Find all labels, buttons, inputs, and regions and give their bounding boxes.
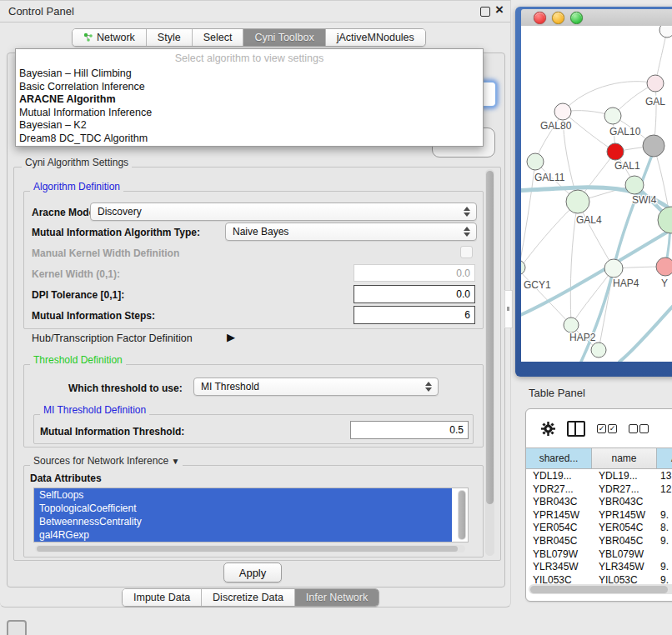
which-threshold-combobox[interactable]: MI Threshold bbox=[193, 378, 439, 396]
data-attributes-label: Data Attributes bbox=[30, 472, 102, 484]
mi-steps-label: Mutual Information Steps: bbox=[32, 310, 155, 322]
combo-stepper-icon bbox=[422, 382, 438, 392]
node-gal11[interactable] bbox=[527, 153, 544, 170]
manual-kernel-checkbox[interactable] bbox=[460, 246, 473, 258]
collapse-down-icon[interactable]: ▼ bbox=[171, 457, 179, 466]
apply-button[interactable]: Apply bbox=[223, 562, 282, 582]
tab-infer-network[interactable]: Infer Network bbox=[294, 589, 379, 606]
node-label: SWI4 bbox=[632, 194, 657, 206]
table-hscrollbar-track[interactable] bbox=[529, 584, 672, 594]
network-canvas[interactable]: GAL GAL80 GAL10 GAL1 GAL11 SWI4 GAL4 GCY… bbox=[521, 26, 672, 362]
expand-right-icon[interactable]: ▶ bbox=[227, 331, 235, 343]
control-panel-titlebar: Control Panel × bbox=[0, 1, 510, 22]
mi-algorithm-type-combobox[interactable]: Naive Bayes bbox=[225, 222, 477, 241]
algorithm-option-selected[interactable]: ARACNE Algorithm bbox=[16, 93, 483, 107]
cell bbox=[657, 496, 672, 509]
table-row[interactable]: YDL19...YDL19...13 bbox=[526, 470, 672, 483]
column-header-partial[interactable]: A bbox=[657, 448, 672, 468]
node-gal10[interactable] bbox=[604, 108, 621, 124]
algorithm-popup-placeholder: Select algorithm to view settings bbox=[16, 49, 483, 68]
settings-scrollbar-thumb[interactable] bbox=[486, 171, 494, 504]
algorithm-option[interactable]: Bayesian – Hill Climbing bbox=[16, 68, 483, 81]
cell: YBR045C bbox=[526, 535, 592, 548]
table-row[interactable]: YPR145WYPR145W9. bbox=[526, 509, 672, 522]
algorithm-option[interactable]: Basic Correlation Inference bbox=[16, 81, 483, 94]
algorithm-option[interactable]: Bayesian – K2 bbox=[16, 119, 483, 132]
control-panel-window: Control Panel × Network Style Select Cyn… bbox=[0, 0, 511, 608]
cell: YDL19... bbox=[592, 470, 657, 483]
cell: YLR345W bbox=[592, 561, 657, 574]
table-row[interactable]: YLR345WYLR345W9. bbox=[526, 561, 672, 574]
table-row[interactable]: YBL079WYBL079W bbox=[526, 548, 672, 562]
mi-threshold-label: Mutual Information Threshold: bbox=[40, 426, 184, 438]
select-all-icon[interactable]: ✓✓ bbox=[597, 424, 617, 433]
list-item-selected[interactable]: gal4RGexp bbox=[34, 528, 452, 542]
kernel-width-input[interactable] bbox=[354, 264, 475, 282]
node-label: Y bbox=[661, 278, 668, 289]
node-gal-partial[interactable] bbox=[647, 75, 664, 92]
tab-impute-data[interactable]: Impute Data bbox=[123, 589, 201, 606]
zoom-traffic-icon[interactable] bbox=[570, 12, 583, 24]
cell: YPR145W bbox=[526, 509, 592, 522]
node-hap4[interactable] bbox=[604, 259, 623, 278]
tab-cyni-toolbox[interactable]: Cyni Toolbox bbox=[243, 29, 324, 46]
deselect-all-icon[interactable] bbox=[629, 424, 649, 433]
tab-label: Infer Network bbox=[306, 592, 368, 603]
node-gal80[interactable] bbox=[554, 103, 571, 120]
node-swi4[interactable] bbox=[625, 176, 644, 194]
table-hscrollbar-thumb[interactable] bbox=[530, 586, 668, 593]
split-columns-icon[interactable] bbox=[567, 421, 585, 437]
list-item-selected[interactable]: TopologicalCoefficient bbox=[34, 502, 452, 515]
node-hap2[interactable] bbox=[564, 318, 579, 332]
tab-label: Network bbox=[97, 32, 135, 43]
node-gray[interactable] bbox=[643, 135, 664, 157]
minimize-traffic-icon[interactable] bbox=[552, 12, 564, 24]
table-row[interactable]: YBR043CYBR043C bbox=[526, 496, 672, 509]
tab-select[interactable]: Select bbox=[192, 29, 243, 46]
cell: YBL079W bbox=[526, 548, 592, 562]
table-row[interactable]: YDR27...YDR27...12 bbox=[526, 483, 672, 497]
aracne-mode-label: Aracne Mode: bbox=[32, 207, 98, 218]
node-gal1-selected[interactable] bbox=[607, 143, 624, 160]
mi-threshold-input[interactable] bbox=[350, 421, 469, 439]
tab-network[interactable]: Network bbox=[73, 29, 146, 46]
tab-style[interactable]: Style bbox=[146, 29, 192, 46]
node[interactable] bbox=[659, 26, 672, 38]
cell: 9. bbox=[657, 535, 672, 548]
mi-type-label: Mutual Information Algorithm Type: bbox=[32, 227, 200, 238]
tab-label: Select bbox=[203, 32, 233, 43]
column-header-shared[interactable]: shared... bbox=[526, 448, 592, 468]
list-hscrollbar-thumb[interactable] bbox=[37, 546, 458, 552]
close-icon[interactable]: × bbox=[495, 2, 504, 18]
table-row[interactable]: YBR045CYBR045C9. bbox=[526, 535, 672, 548]
algorithm-option[interactable]: Mutual Information Inference bbox=[16, 107, 483, 120]
settings-scrollbar-track[interactable] bbox=[485, 169, 494, 556]
column-header-name[interactable]: name bbox=[592, 448, 657, 468]
list-item-selected[interactable]: BetweennessCentrality bbox=[34, 515, 452, 528]
table-row[interactable]: YER054CYER054C8. bbox=[526, 522, 672, 535]
data-attributes-list[interactable]: SelfLoops TopologicalCoefficient Between… bbox=[33, 488, 469, 542]
table-panel-container: ✓✓ shared... name A YDL19...YDL19...13 Y… bbox=[525, 408, 672, 602]
node-salmon[interactable] bbox=[656, 258, 672, 276]
tab-jactivemnodules[interactable]: jActiveMNodules bbox=[325, 29, 425, 46]
table-header-row: shared... name A bbox=[526, 448, 672, 469]
close-traffic-icon[interactable] bbox=[534, 12, 546, 24]
cell: YBR043C bbox=[592, 496, 657, 509]
list-scrollbar-thumb[interactable] bbox=[459, 491, 465, 539]
hub-section-label[interactable]: Hub/Transcription Factor Definition bbox=[32, 332, 193, 344]
dpi-tolerance-input[interactable] bbox=[354, 285, 475, 303]
node-label: HAP2 bbox=[569, 332, 596, 343]
algorithm-option[interactable]: Dream8 DC_TDC Algorithm bbox=[16, 132, 483, 146]
list-scrollbar-track[interactable] bbox=[458, 490, 466, 540]
list-hscrollbar-track[interactable] bbox=[35, 545, 465, 552]
panel-splitter[interactable] bbox=[504, 290, 513, 328]
float-window-icon[interactable] bbox=[480, 7, 490, 17]
aracne-mode-combobox[interactable]: Discovery bbox=[90, 202, 477, 221]
mi-steps-input[interactable] bbox=[354, 306, 475, 324]
list-item-selected[interactable]: SelfLoops bbox=[34, 488, 452, 502]
tab-discretize-data[interactable]: Discretize Data bbox=[201, 589, 294, 606]
node-green-bottom[interactable] bbox=[591, 342, 606, 358]
gear-icon[interactable] bbox=[541, 422, 555, 436]
dock-mini-button[interactable] bbox=[7, 620, 27, 635]
node-gal4[interactable] bbox=[566, 190, 589, 213]
